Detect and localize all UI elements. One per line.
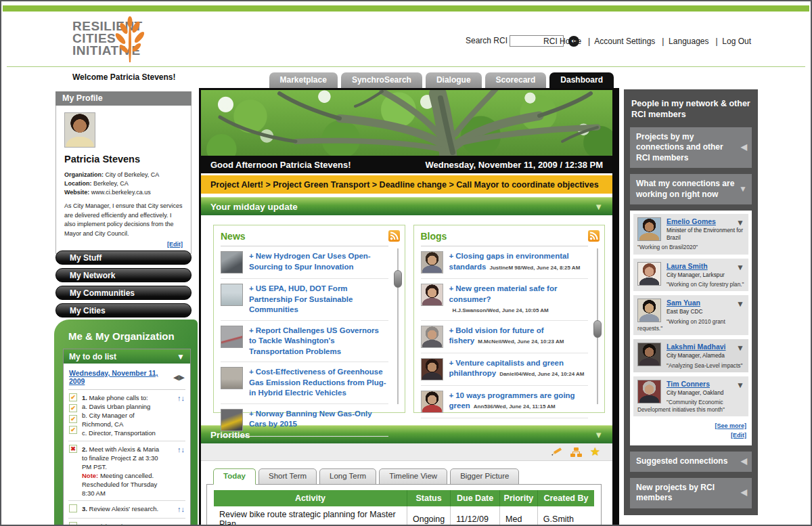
expand-down-icon[interactable]: ▼ xyxy=(739,184,747,195)
move-down-icon[interactable]: ↓ xyxy=(181,505,185,513)
expand-icon[interactable]: + xyxy=(249,368,254,376)
section-what-connections-working[interactable]: What my connections are working on right… xyxy=(630,174,752,204)
link-languages[interactable]: Languages xyxy=(658,37,709,46)
news-item: +Report Challenges US Governors to Tackl… xyxy=(221,321,388,363)
blog-meta: Daniel04/Wed, June 24, 10:24 AM xyxy=(499,371,584,377)
blogs-scroll-handle[interactable] xyxy=(593,320,602,338)
news-panel: News +New Hydrogen Car Uses Open-Sourcin… xyxy=(213,225,405,413)
expand-icon[interactable]: + xyxy=(449,326,454,334)
todo-date-link[interactable]: Wednesday, November 11, 2009 xyxy=(69,369,173,385)
collapse-left-icon[interactable]: ◀ xyxy=(741,142,747,153)
news-link[interactable]: +Cost-Effectiveness of Greenhouse Gas Em… xyxy=(249,367,388,399)
tab-synchrosearch[interactable]: SynchroSearch xyxy=(341,72,422,88)
profile-edit-link[interactable]: [Edit] xyxy=(64,241,183,248)
expand-icon[interactable]: + xyxy=(249,326,254,334)
news-scrollbar[interactable] xyxy=(397,248,399,404)
blog-link[interactable]: +Venture capitalists and green philanthr… xyxy=(449,358,589,380)
move-down-icon[interactable]: ↓ xyxy=(181,445,185,454)
link-log-out[interactable]: Log Out xyxy=(711,37,751,46)
todo-collapse-icon[interactable]: ▼ xyxy=(177,352,185,361)
section-new-projects[interactable]: New projects by RCI members ◀ xyxy=(630,478,752,508)
expand-icon[interactable]: + xyxy=(249,410,254,418)
project-alert-bar[interactable]: Project Alert! > Project Green Transport… xyxy=(201,175,612,194)
expand-icon[interactable]: + xyxy=(449,284,454,292)
expand-icon[interactable]: + xyxy=(449,391,454,399)
my-communities-button[interactable]: My Communities xyxy=(55,286,191,300)
news-item: +Cost-Effectiveness of Greenhouse Gas Em… xyxy=(221,362,388,404)
midday-collapse-icon[interactable]: ▼ xyxy=(594,202,603,212)
tab-scorecard[interactable]: Scorecard xyxy=(485,72,547,88)
priorities-collapse-icon[interactable]: ▼ xyxy=(594,430,603,440)
person-expand-icon[interactable]: ▼ xyxy=(736,263,744,272)
star-icon[interactable]: ★ xyxy=(590,445,600,459)
section-projects-by-connections[interactable]: Projects by my connections and other RCI… xyxy=(630,127,752,169)
news-thumbnail xyxy=(221,251,243,273)
ptab-bigger-picture[interactable]: Bigger Picture xyxy=(450,468,519,485)
ptab-timeline-view[interactable]: Timeline View xyxy=(379,468,447,485)
empty-checkbox[interactable] xyxy=(69,504,77,512)
person-expand-icon[interactable]: ▼ xyxy=(736,218,744,227)
checked-checkbox-icon[interactable]: ✔ xyxy=(69,426,77,434)
section-suggested-connections[interactable]: Suggested connections ◀ xyxy=(630,452,752,472)
person-expand-icon[interactable]: ▼ xyxy=(736,299,744,309)
people-list: ▼ Emelio Gomes Minister of the Environme… xyxy=(630,211,752,445)
expand-icon[interactable]: + xyxy=(449,359,454,367)
table-row[interactable]: Review bike route strategic planning for… xyxy=(214,506,594,526)
link-account-settings[interactable]: Account Settings xyxy=(583,37,655,46)
pencil-icon[interactable] xyxy=(551,445,562,459)
see-more-link[interactable]: [See more] xyxy=(635,422,746,431)
expand-icon[interactable]: + xyxy=(449,252,454,260)
tab-dialogue[interactable]: Dialogue xyxy=(426,72,482,88)
rci-logo[interactable]: RESILIENT CITIES INITIATIVE xyxy=(72,20,174,57)
my-stuff-button[interactable]: My Stuff xyxy=(55,250,191,265)
expand-icon[interactable]: + xyxy=(249,252,254,260)
crossed-checkbox-icon[interactable]: ✖ xyxy=(69,445,77,453)
collapse-left-icon[interactable]: ◀ xyxy=(741,456,747,467)
midday-update-bar[interactable]: Your midday update ▼ xyxy=(201,197,612,215)
top-green-strip xyxy=(3,5,809,12)
blogs-scrollbar[interactable] xyxy=(597,248,598,404)
blog-item: +Closing gaps in environmental standards… xyxy=(421,246,589,279)
person-expand-icon[interactable]: ▼ xyxy=(736,343,744,353)
move-down-icon[interactable]: ↓ xyxy=(181,394,185,402)
checked-checkbox-icon[interactable]: ✔ xyxy=(69,404,77,412)
tab-dashboard[interactable]: Dashboard xyxy=(549,72,614,88)
next-day-icon[interactable]: ▶ xyxy=(179,373,185,381)
expand-icon[interactable]: + xyxy=(249,284,254,292)
checked-checkbox-icon[interactable]: ✔ xyxy=(69,415,77,423)
news-link[interactable]: +Report Challenges US Governors to Tackl… xyxy=(249,326,388,357)
blog-meta: H.J.Swanson/Wed, June 24, 10:05 AM xyxy=(453,307,549,313)
my-cities-button[interactable]: My Cities xyxy=(55,303,191,317)
profile-website-link[interactable]: www.ci.berkeley.ca.us xyxy=(91,189,151,196)
blog-link[interactable]: +New green material safe for consumer?H.… xyxy=(449,284,589,315)
news-scroll-handle[interactable] xyxy=(394,270,402,288)
rss-icon[interactable] xyxy=(588,230,600,242)
blog-link[interactable]: +10 ways programmers are going greenAnn5… xyxy=(449,391,589,413)
blog-link[interactable]: +Closing gaps in environmental standards… xyxy=(449,251,589,273)
ptab-today[interactable]: Today xyxy=(213,468,256,485)
todo-header[interactable]: My to do list ▼ xyxy=(64,349,190,364)
rss-icon[interactable] xyxy=(388,230,400,242)
blog-link[interactable]: +Bold vision for future of fisheryM.McNe… xyxy=(449,326,589,348)
profile-bio: As City Manager, I ensure that City serv… xyxy=(64,202,183,238)
org-title: Me & My Organization xyxy=(68,330,191,342)
news-link[interactable]: +US EPA, HUD, DOT Form Partnership For S… xyxy=(249,284,388,315)
collapse-left-icon[interactable]: ◀ xyxy=(741,488,747,499)
ptab-short-term[interactable]: Short Term xyxy=(258,468,317,485)
sitemap-icon[interactable] xyxy=(570,447,582,457)
my-network-button[interactable]: My Network xyxy=(55,268,191,282)
news-link[interactable]: +New Hydrogen Car Uses Open-Sourcing to … xyxy=(249,251,388,273)
people-links: [See more] [Edit] xyxy=(633,420,748,442)
person-expand-icon[interactable]: ▼ xyxy=(736,380,744,390)
move-down-icon[interactable]: ↓ xyxy=(181,523,185,526)
ptab-long-term[interactable]: Long Term xyxy=(319,468,376,485)
link-rci-home[interactable]: RCI Home xyxy=(543,37,581,46)
tab-marketplace[interactable]: Marketplace xyxy=(269,72,338,88)
empty-checkbox[interactable] xyxy=(69,522,77,526)
network-edit-link[interactable]: [Edit] xyxy=(635,431,746,441)
news-link[interactable]: +Norway Banning New Gas-Only Cars by 201… xyxy=(249,409,388,431)
person-photo xyxy=(637,343,661,366)
prev-day-icon[interactable]: ◀ xyxy=(173,373,179,381)
checked-checkbox-icon[interactable]: ✔ xyxy=(69,393,77,401)
cell-priority: Med xyxy=(500,506,538,526)
